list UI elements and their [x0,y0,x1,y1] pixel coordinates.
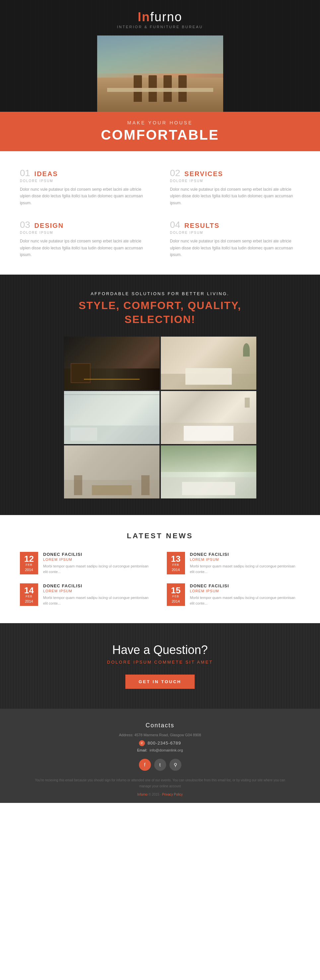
news-text-2: Morbi tempor quam maset sadipu iscing ul… [190,563,301,575]
feature-3-subtitle: DOLORE IPSUM [20,231,150,234]
news-content-4: DONEC FACILISI LOREM IPSUM Morbi tempor … [190,583,301,606]
news-day-2: 13 [169,555,183,563]
facebook-icon[interactable]: f [139,759,151,771]
feature-2-text: Dolor nunc vule putateur ips dol consem … [170,186,301,206]
portfolio-section: AFFORDABLE SOLUTIONS FOR BETTER LIVING. … [0,275,320,515]
portfolio-image-3[interactable] [64,391,159,444]
email-row: Email: info@domainlink.org [0,748,320,752]
question-subtitle: DOLORE IPSUM COMMETE SIT AMET [0,660,320,665]
news-sub-2: LOREM IPSUM [190,557,301,562]
footer-phone: 800-2345-6789 [148,741,181,746]
news-section: LATEST NEWS 12 FEB 2014 DONEC FACILISI L… [0,515,320,623]
news-date-box-1: 12 FEB 2014 [20,552,38,574]
footer-copyright: © 2015 · [148,792,162,796]
news-year-3: 2014 [22,599,37,603]
feature-1: 01 IDEAS DOLORE IPSUM Dolor nunc vule pu… [20,168,150,206]
hero-band: MAKE YOUR HOUSE COMFORTABLE [0,112,320,151]
news-content-1: DONEC FACILISI LOREM IPSUM Morbi tempor … [43,552,154,575]
portfolio-tagline: AFFORDABLE SOLUTIONS FOR BETTER LIVING. [20,291,300,296]
logo: Infurno [0,10,320,24]
hero-image [97,35,223,112]
feature-4: 04 RESULTS DOLORE IPSUM Dolor nunc vule … [170,220,301,258]
news-item-2: 13 FEB 2014 DONEC FACILISI LOREM IPSUM M… [167,552,301,575]
portfolio-grid [64,337,256,498]
portfolio-image-5[interactable] [64,445,159,498]
feature-1-number: 01 [20,168,30,178]
news-year-4: 2014 [169,599,183,603]
feature-4-number: 04 [170,220,180,230]
search-icon[interactable]: ⚲ [169,759,181,771]
news-year-1: 2014 [22,568,37,572]
news-sub-3: LOREM IPSUM [43,589,154,593]
portfolio-image-4[interactable] [161,391,256,444]
feature-1-title: IDEAS [35,170,58,177]
footer-email-value: info@domainlink.org [150,748,183,752]
hero-sub: MAKE YOUR HOUSE [0,120,320,126]
news-day-4: 15 [169,586,183,595]
phone-icon: ✆ [139,740,145,746]
get-in-touch-button[interactable]: GET IN TOUCH [125,675,195,689]
twitter-icon[interactable]: t [154,759,166,771]
news-text-4: Morbi tempor quam maset sadipu iscing ul… [190,595,301,606]
logo-pre: In [138,10,150,24]
logo-post: furno [150,10,182,24]
news-content-3: DONEC FACILISI LOREM IPSUM Morbi tempor … [43,583,154,606]
footer-brand-link[interactable]: Infurno [137,792,148,796]
news-date-box-4: 15 FEB 2014 [167,583,185,606]
footer-title: Contacts [0,722,320,729]
news-headline-1: DONEC FACILISI [43,552,154,557]
news-text-1: Morbi tempor quam maset sadipu iscing ul… [43,563,154,575]
news-headline-4: DONEC FACILISI [190,583,301,588]
news-grid: 12 FEB 2014 DONEC FACILISI LOREM IPSUM M… [20,552,300,606]
feature-2: 02 SERVICES DOLORE IPSUM Dolor nunc vule… [170,168,301,206]
news-year-2: 2014 [169,568,183,572]
news-item-1: 12 FEB 2014 DONEC FACILISI LOREM IPSUM M… [20,552,154,575]
phone-row: ✆ 800-2345-6789 [0,740,320,746]
footer-privacy-link[interactable]: Privacy Policy [162,792,183,796]
news-month-3: FEB [22,595,37,598]
portfolio-image-2[interactable] [161,337,256,390]
email-label: Email: [137,748,147,752]
feature-4-subtitle: DOLORE IPSUM [170,231,301,234]
portfolio-headline: STYLE, COMFORT, QUALITY,SELECTION! [20,299,300,326]
tagline: INTERIOR & FURNITURE BUREAU [0,25,320,29]
news-headline-2: DONEC FACILISI [190,552,301,557]
feature-3-text: Dolor nunc vule putateur ips dol consem … [20,238,150,258]
feature-1-subtitle: DOLORE IPSUM [20,179,150,183]
news-day-3: 14 [22,586,37,595]
feature-3-title: DESIGN [35,222,64,229]
question-title: Have a Question? [0,643,320,657]
news-headline-3: DONEC FACILISI [43,583,154,588]
features-grid: 01 IDEAS DOLORE IPSUM Dolor nunc vule pu… [20,168,300,258]
news-month-1: FEB [22,563,37,566]
news-title: LATEST NEWS [20,531,300,540]
feature-2-subtitle: DOLORE IPSUM [170,179,301,183]
feature-3-number: 03 [20,220,30,230]
site-footer: Contacts Address: 4578 Marmera Road, Gla… [0,709,320,803]
feature-4-title: RESULTS [185,222,220,229]
site-header: Infurno INTERIOR & FURNITURE BUREAU [0,0,320,112]
news-date-box-3: 14 FEB 2014 [20,583,38,606]
feature-3: 03 DESIGN DOLORE IPSUM Dolor nunc vule p… [20,220,150,258]
footer-links: Infurno © 2015 · Privacy Policy [0,792,320,796]
feature-2-title: SERVICES [185,170,223,177]
footer-disclaimer: You're recieving this email because you … [0,777,320,789]
news-day-1: 12 [22,555,37,563]
portfolio-image-1[interactable] [64,337,159,390]
hero-headline: COMFORTABLE [0,127,320,143]
feature-1-text: Dolor nunc vule putateur ips dol consem … [20,186,150,206]
news-sub-1: LOREM IPSUM [43,557,154,562]
news-date-box-2: 13 FEB 2014 [167,552,185,574]
question-section: Have a Question? DOLORE IPSUM COMMETE SI… [0,623,320,709]
news-month-2: FEB [169,563,183,566]
portfolio-image-6[interactable] [161,445,256,498]
news-month-4: FEB [169,595,183,598]
footer-bottom-text: You're recieving this email because you … [35,778,285,788]
social-icons: f t ⚲ [0,759,320,771]
news-item-4: 15 FEB 2014 DONEC FACILISI LOREM IPSUM M… [167,583,301,606]
news-item-3: 14 FEB 2014 DONEC FACILISI LOREM IPSUM M… [20,583,154,606]
footer-address: Address: 4578 Marmera Road, Glasgow G04 … [0,733,320,737]
news-sub-4: LOREM IPSUM [190,589,301,593]
news-content-2: DONEC FACILISI LOREM IPSUM Morbi tempor … [190,552,301,575]
features-section: 01 IDEAS DOLORE IPSUM Dolor nunc vule pu… [0,151,320,275]
